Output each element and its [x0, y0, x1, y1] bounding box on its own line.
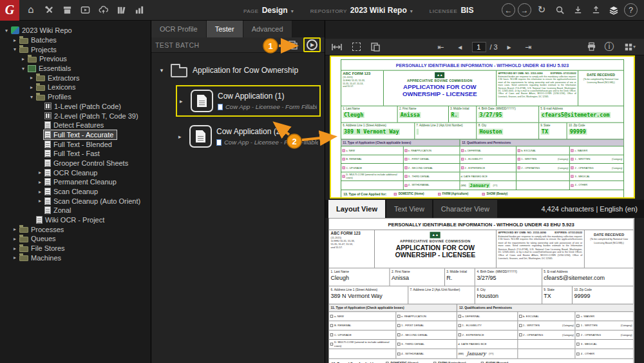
- previous-page-button[interactable]: ◂: [452, 39, 468, 55]
- forward-button[interactable]: →: [518, 3, 531, 17]
- tree-item-queues[interactable]: ▸Queues: [0, 234, 59, 244]
- home-button[interactable]: ⌂: [23, 3, 39, 18]
- tree-item-detect-features[interactable]: Detect Features: [0, 121, 107, 130]
- tree-item-scan-cleanup-auto-orient[interactable]: ▸Scan Cleanup (Auto Orient): [0, 196, 144, 206]
- stats-button[interactable]: [131, 3, 147, 18]
- tree-item-extractors[interactable]: ▸Extractors: [0, 73, 83, 83]
- form-header: ABC FORM 123 (11-2015) 10 EHU 55.31, 55.…: [329, 230, 634, 268]
- tree-item-wiki-ocr-project[interactable]: Wiki OCR - Project: [0, 215, 108, 225]
- tree-item-label: Batches: [31, 36, 57, 44]
- tab-ocr-profile[interactable]: OCR Profile: [151, 21, 207, 37]
- cloud-button[interactable]: [95, 3, 111, 18]
- tree-item-file-stores[interactable]: ▸File Stores: [0, 244, 68, 253]
- tree-item-zonal[interactable]: Zonal: [0, 206, 75, 215]
- expander-closed-icon[interactable]: ▸: [19, 56, 27, 62]
- tree-item-grooper-control-sheets[interactable]: Grooper Control Sheets: [0, 159, 131, 168]
- refresh-button[interactable]: ↻: [534, 3, 549, 18]
- fit-width-button[interactable]: [329, 39, 345, 55]
- page-number-input[interactable]: 1: [471, 42, 486, 52]
- tree-item-essentials[interactable]: ▾Essentials: [0, 64, 74, 74]
- tree-item-projects[interactable]: ▾Projects: [0, 44, 60, 54]
- thumbnails-button[interactable]: [368, 39, 383, 55]
- tree-item-scan-cleanup[interactable]: ▸Scan Cleanup: [0, 187, 101, 197]
- expander-closed-icon[interactable]: ▸: [28, 84, 35, 90]
- first-page-button[interactable]: ⇤: [433, 39, 448, 55]
- checkbox-icon: [571, 166, 574, 169]
- expander-open-icon[interactable]: ▾: [3, 28, 10, 34]
- batches-button[interactable]: [59, 3, 75, 18]
- expander-closed-icon[interactable]: ▸: [178, 133, 185, 140]
- tab-advanced[interactable]: Advanced: [243, 21, 292, 37]
- expander-closed-icon[interactable]: ▸: [36, 170, 44, 175]
- repository-selector[interactable]: REPOSITORY 2023 Wiki Repo ▾: [310, 6, 413, 15]
- expander-open-icon[interactable]: ▾: [158, 67, 166, 74]
- tree-item-1-level-patch-code[interactable]: 1-Level (Patch Code): [0, 102, 124, 112]
- tree-item-box: Essentials: [27, 64, 74, 73]
- layout-view-preview[interactable]: PERSONALLY IDENTIFIABLE INFORMATION - WI…: [328, 218, 634, 363]
- download-button[interactable]: [570, 3, 585, 18]
- print-button[interactable]: [583, 39, 599, 55]
- tree-item-processes[interactable]: ▸Processes: [0, 224, 67, 234]
- expander-closed-icon[interactable]: ▸: [11, 236, 19, 242]
- search-button[interactable]: [552, 3, 567, 18]
- annotation-highlight-box-1: ▶: [303, 37, 321, 52]
- library-button[interactable]: [113, 3, 129, 18]
- tree-item-full-text-fast[interactable]: Full Text - Fast: [0, 149, 103, 159]
- marquee-zoom-button[interactable]: [348, 39, 364, 55]
- field-9-state: 9. StateTX: [539, 123, 567, 139]
- view-tab-bar: Layout ViewText ViewCharacter View 4,424…: [325, 200, 644, 218]
- view-tab-text-view[interactable]: Text View: [386, 200, 432, 218]
- next-page-button[interactable]: ▸: [502, 39, 517, 55]
- ocr-result-preview[interactable]: PERSONALLY IDENTIFIABLE INFORMATION - WI…: [330, 55, 635, 199]
- view-options-button[interactable]: ▾: [620, 39, 640, 55]
- tree-item-ocr-cleanup[interactable]: ▸OCR Cleanup: [0, 168, 100, 177]
- tree-item-batches[interactable]: ▸Batches: [0, 35, 60, 45]
- expander-open-icon[interactable]: ▾: [19, 66, 27, 72]
- expander-closed-icon[interactable]: ▸: [36, 179, 44, 185]
- expander-closed-icon[interactable]: ▸: [11, 226, 19, 232]
- tree-item-2-level-patch-t-code-39[interactable]: 2-Level (Patch T, Code 39): [0, 111, 142, 121]
- form-header: ABC FORM 123 (11-2015) 10 EHU 55.31, 55.…: [341, 70, 623, 106]
- upload-button[interactable]: [588, 3, 603, 18]
- tree-item-machines[interactable]: ▸Machines: [0, 253, 64, 263]
- grid-cell: 2 - OPERATING(Category): [570, 164, 623, 172]
- page-selector[interactable]: PAGE Design ▾: [243, 6, 294, 15]
- expander-closed-icon[interactable]: ▸: [180, 98, 186, 104]
- info-button[interactable]: ⓘ: [601, 39, 617, 55]
- expander-open-icon[interactable]: ▾: [11, 46, 19, 52]
- batch-pages-icon[interactable]: [288, 40, 298, 50]
- last-page-button[interactable]: ⇥: [521, 39, 536, 55]
- expander-closed-icon[interactable]: ▸: [36, 189, 44, 195]
- expander-open-icon[interactable]: ▾: [28, 94, 35, 100]
- section-12-header: 12. Qualifications and Permissions: [460, 141, 511, 144]
- expander-closed-icon[interactable]: ▸: [28, 75, 35, 81]
- tree-item-full-text-blended[interactable]: Full Text - Blended: [0, 139, 115, 149]
- media-button[interactable]: [77, 3, 93, 18]
- expander-closed-icon[interactable]: ▸: [11, 255, 19, 260]
- tab-tester[interactable]: Tester: [207, 21, 243, 37]
- batch-folder-row[interactable]: ▾ Application for Cow Ownership: [151, 59, 325, 81]
- grooper-logo[interactable]: G: [0, 0, 19, 21]
- document-item-2[interactable]: ▸Cow Application (2)Cow App - Licensee -…: [176, 122, 321, 151]
- tree-item-full-text-accurate[interactable]: Full Text - Accurate: [0, 130, 117, 140]
- document-item-1[interactable]: ▸Cow Application (1)Cow App - Licensee -…: [176, 85, 321, 117]
- grid-cell: 2 - OPERATING(Category): [516, 164, 570, 172]
- help-button[interactable]: ?: [624, 3, 638, 17]
- tree-item-profiles[interactable]: ▾Profiles: [0, 92, 75, 102]
- back-button[interactable]: ←: [502, 3, 515, 17]
- commission-logo-icon: [435, 72, 444, 78]
- tree-item-previous[interactable]: ▸Previous: [0, 54, 70, 64]
- expander-closed-icon[interactable]: ▸: [11, 246, 19, 251]
- view-tab-layout-view[interactable]: Layout View: [328, 200, 385, 218]
- view-tab-character-view[interactable]: Character View: [433, 200, 497, 218]
- tree-item-permanent-cleanup[interactable]: ▸Permanent Cleanup: [0, 177, 120, 187]
- tree-item-2023-wiki-repo[interactable]: ▾2023 Wiki Repo: [0, 26, 75, 35]
- tools-button[interactable]: [41, 3, 57, 18]
- tree-item-label: Zonal: [53, 206, 71, 214]
- field-1-last-name: 1. Last NameCleugh: [329, 268, 390, 286]
- expander-closed-icon[interactable]: ▸: [36, 198, 44, 204]
- run-test-button[interactable]: ▶: [307, 39, 317, 50]
- expander-closed-icon[interactable]: ▸: [11, 37, 19, 43]
- tree-item-lexicons[interactable]: ▸Lexicons: [0, 83, 79, 92]
- layers-button[interactable]: [606, 3, 621, 18]
